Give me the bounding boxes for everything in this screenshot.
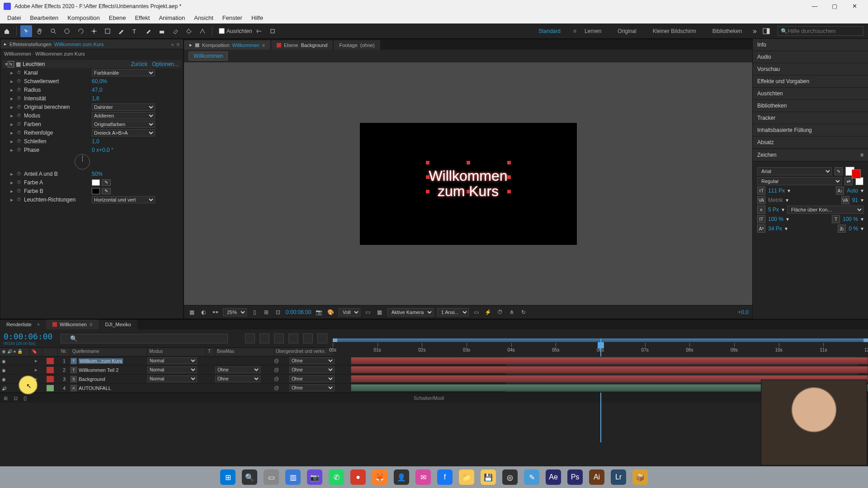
taskbar-app[interactable]: ✉ [415, 469, 431, 485]
vscale-value[interactable]: 100 % [768, 216, 783, 222]
motion-blur-icon[interactable] [274, 333, 284, 343]
parent-select[interactable]: Ohne [289, 366, 335, 373]
blend-mode-select[interactable]: Normal [147, 375, 197, 382]
character-panel-header[interactable]: Zeichen≡ [753, 149, 868, 161]
text-tool[interactable]: T [129, 25, 141, 37]
workspace-bibliotheken[interactable]: Bibliotheken [704, 28, 750, 34]
parent-select[interactable]: Ohne [289, 357, 335, 364]
taskbar-app[interactable]: ⊞ [220, 469, 236, 485]
stopwatch-icon[interactable] [16, 95, 22, 102]
label-color[interactable] [47, 358, 54, 364]
mask-icon[interactable]: ▦ [16, 61, 21, 67]
prop-value[interactable]: 1,0 [92, 138, 99, 145]
menu-bearbeiten[interactable]: Bearbeiten [25, 13, 63, 23]
anchor-tool[interactable] [88, 25, 100, 37]
switches-modes-label[interactable]: Schalter/Modi [33, 395, 824, 401]
taskbar-app[interactable]: ▭ [264, 469, 279, 485]
eyedropper-icon[interactable]: ✎ [835, 167, 843, 175]
prop-select[interactable]: Addieren [92, 112, 155, 119]
visibility-toggle-icon[interactable] [2, 376, 6, 382]
prop-value[interactable]: 60,0% [92, 78, 107, 84]
zoom-tool[interactable] [47, 25, 59, 37]
label-color[interactable] [47, 376, 54, 382]
twirl-icon[interactable]: ▸ [10, 70, 16, 76]
taskbar-app[interactable]: ◎ [502, 469, 518, 485]
stopwatch-icon[interactable] [16, 121, 22, 127]
pickwhip-icon[interactable]: @ [274, 358, 280, 364]
twirl-icon[interactable]: ▸ [10, 95, 16, 102]
taskbar-app[interactable]: 🦊 [372, 469, 387, 485]
stopwatch-icon[interactable] [16, 130, 22, 136]
snapshot-icon[interactable]: 📷 [315, 308, 323, 316]
shy-toggle-icon[interactable] [245, 333, 255, 343]
twirl-icon[interactable]: ▸ [30, 385, 42, 391]
view-select[interactable]: Aktive Kamera [387, 308, 434, 316]
twirl-icon[interactable]: ▸ [10, 197, 16, 203]
brush-tool[interactable] [142, 25, 154, 37]
prop-select[interactable]: Horizontal und vert [92, 196, 155, 203]
font-style-select[interactable]: Regular [757, 177, 842, 185]
layer-row[interactable]: ▸ 4 AAUTOUNFALL @Ohne [0, 384, 351, 393]
effect-header[interactable]: ▾ fx ▦ Leuchten Zurück Optionen... [2, 60, 181, 68]
rotate-tool[interactable] [75, 25, 86, 37]
pickwhip-icon[interactable]: @ [274, 376, 280, 382]
reset-exposure-icon[interactable]: ↻ [519, 308, 528, 316]
panel-header-tracker[interactable]: Tracker [753, 112, 868, 124]
color-swatch[interactable] [92, 188, 100, 194]
stopwatch-icon[interactable] [16, 147, 22, 153]
toggle-alpha-icon[interactable]: ▦ [188, 308, 196, 316]
visibility-toggle-icon[interactable] [2, 367, 6, 373]
parent-select[interactable]: Ohne [289, 375, 335, 382]
fx-enable-icon[interactable]: fx [8, 61, 14, 67]
layer-row[interactable]: ▸ 3 SBackground Normal Ohne @Ohne [0, 375, 351, 384]
timeline-tab-renderliste[interactable]: Renderliste × [0, 319, 46, 329]
prop-value[interactable]: 1,6 [92, 95, 99, 102]
label-color[interactable] [47, 367, 54, 373]
stopwatch-icon[interactable] [16, 171, 22, 177]
twirl-icon[interactable]: ▸ [30, 358, 42, 364]
stopwatch-icon[interactable] [16, 104, 22, 110]
eraser-tool[interactable] [170, 25, 181, 37]
panel-header-audio[interactable]: Audio [753, 51, 868, 63]
workspace-kleiner-bildschirm[interactable]: Kleiner Bildschirm [645, 28, 704, 34]
tsume-value[interactable]: 0 % [849, 225, 858, 232]
snap-checkbox[interactable]: Ausrichten [219, 28, 252, 34]
taskbar-app[interactable]: ▥ [285, 469, 301, 485]
stopwatch-icon[interactable] [16, 87, 22, 93]
blend-mode-select[interactable]: Normal [147, 357, 197, 364]
graph-editor-icon[interactable] [288, 333, 298, 343]
layer-bar[interactable] [351, 357, 868, 364]
panel-header-effekte-und-vorgaben[interactable]: Effekte und Vorgaben [753, 75, 868, 88]
twirl-icon[interactable]: ▸ [10, 130, 16, 136]
taskbar-app[interactable]: Ae [546, 469, 561, 485]
twirl-icon[interactable]: ▸ [10, 188, 16, 194]
minimize-button[interactable]: — [805, 0, 825, 13]
stopwatch-icon[interactable] [16, 197, 22, 203]
resolution-select[interactable]: Voll [339, 308, 360, 316]
pen-tool[interactable] [115, 25, 127, 37]
twirl-icon[interactable]: ▸ [10, 171, 16, 177]
taskbar-app[interactable]: 👤 [394, 469, 409, 485]
draft3d-icon[interactable] [303, 333, 313, 343]
parent-select[interactable]: Ohne [289, 385, 335, 391]
track-matte-select[interactable]: Ohne [215, 375, 260, 382]
workspace-overflow[interactable]: » [750, 27, 760, 35]
menu-animation[interactable]: Animation [154, 13, 189, 23]
twirl-icon[interactable]: ▸ [30, 367, 42, 373]
eyedropper-icon[interactable]: ✎ [102, 188, 111, 194]
exposure-value[interactable]: +0,0 [738, 309, 749, 315]
timeline-search-input[interactable] [61, 334, 228, 343]
grid-icon[interactable]: ▯ [250, 308, 259, 316]
rulers-icon[interactable]: ⊡ [274, 308, 282, 316]
menu-ansicht[interactable]: Ansicht [189, 13, 218, 23]
toggle-modes-icon[interactable]: ⊡ [14, 395, 19, 401]
comp-tab-composition[interactable]: ▸▦ Komposition Willkommen ≡ [184, 40, 270, 50]
panel-menu-icon[interactable]: ▸ [4, 41, 7, 47]
fast-preview-icon[interactable]: ⚡ [484, 308, 492, 316]
visibility-toggle-icon[interactable] [2, 358, 6, 364]
effect-options[interactable]: Optionen... [152, 61, 179, 67]
timeline-timecode-block[interactable]: 0:00:06:00 00150 (25.00 fps) [0, 330, 59, 347]
prop-value[interactable]: 47,0 [92, 87, 102, 93]
menu-effekt[interactable]: Effekt [130, 13, 154, 23]
composition-viewer[interactable]: Willkommen zum Kurs [184, 62, 752, 305]
